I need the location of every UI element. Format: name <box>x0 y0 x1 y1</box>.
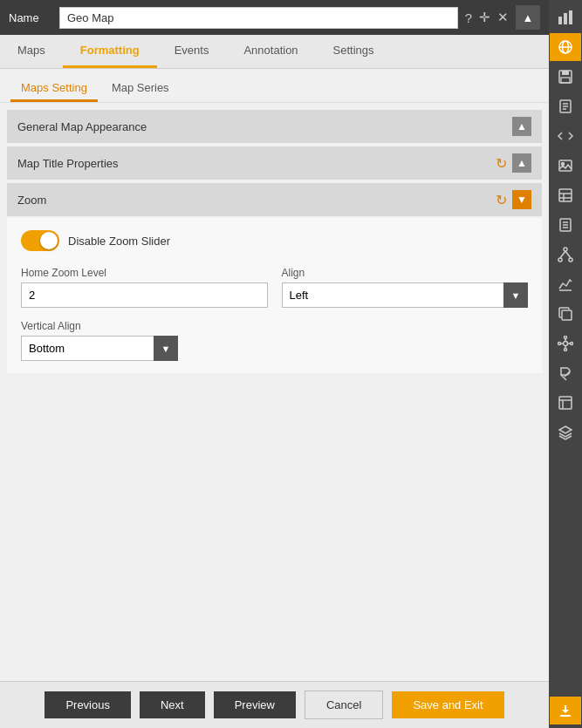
zoom-level-align-row: Home Zoom Level Align Left Center Right … <box>21 267 528 308</box>
data-view-icon[interactable] <box>550 389 581 417</box>
zoom-icons: ↻ ▼ <box>496 190 531 209</box>
tab-formatting[interactable]: Formatting <box>63 35 157 68</box>
content-area: General Map Appearance ▲ Map Title Prope… <box>0 103 549 681</box>
svg-point-34 <box>565 349 567 351</box>
map-title-refresh-icon[interactable]: ↻ <box>496 155 507 172</box>
header-icons: ? ✛ ✕ <box>465 10 509 25</box>
vertical-align-select[interactable]: Top Middle Bottom <box>21 336 178 361</box>
sub-tab-maps-setting[interactable]: Maps Setting <box>10 76 98 102</box>
save-icon[interactable] <box>550 63 581 91</box>
svg-rect-0 <box>558 17 562 24</box>
general-map-appearance-header[interactable]: General Map Appearance ▲ <box>7 110 542 143</box>
toggle-track <box>21 230 59 251</box>
cancel-button[interactable]: Cancel <box>305 691 383 719</box>
geo-map-icon[interactable] <box>550 33 581 61</box>
image-icon[interactable] <box>550 152 581 180</box>
zoom-title: Zoom <box>17 194 46 207</box>
svg-rect-13 <box>559 160 572 171</box>
vertical-align-group: Vertical Align Top Middle Bottom ▼ <box>21 320 178 361</box>
svg-rect-8 <box>561 78 570 83</box>
disable-zoom-slider-row: Disable Zoom Slider <box>21 230 528 251</box>
svg-rect-7 <box>562 71 569 75</box>
svg-point-25 <box>569 258 572 262</box>
move-icon[interactable]: ✛ <box>479 10 490 25</box>
download-icon[interactable] <box>550 697 581 725</box>
bar-chart-icon[interactable] <box>550 3 581 31</box>
rx-icon[interactable] <box>550 359 581 387</box>
map-title-collapse[interactable]: ▲ <box>512 153 531 173</box>
svg-rect-1 <box>564 13 567 24</box>
svg-rect-15 <box>559 189 572 201</box>
svg-rect-29 <box>562 310 572 320</box>
header-bar: Name ? ✛ ✕ ▲ <box>0 0 549 35</box>
map-title-properties-header[interactable]: Map Title Properties ↻ ▲ <box>7 146 542 180</box>
bottom-bar: Previous Next Preview Cancel Save and Ex… <box>0 681 549 728</box>
tab-annotation[interactable]: Annotation <box>226 35 315 68</box>
home-zoom-level-input[interactable] <box>21 282 268 308</box>
align-label: Align <box>282 267 529 279</box>
svg-marker-44 <box>559 426 572 433</box>
vertical-align-select-wrapper: Top Middle Bottom ▼ <box>21 336 178 361</box>
preview-button[interactable]: Preview <box>214 691 296 718</box>
save-exit-button[interactable]: Save and Exit <box>392 691 503 718</box>
hierarchy-icon[interactable] <box>550 241 581 269</box>
layers-icon[interactable] <box>550 418 581 446</box>
line-chart-icon[interactable] <box>550 270 581 298</box>
top-tabs: Maps Formatting Events Annotation Settin… <box>0 35 549 69</box>
previous-button[interactable]: Previous <box>45 691 131 718</box>
home-zoom-level-group: Home Zoom Level <box>21 267 268 308</box>
svg-rect-41 <box>559 397 572 409</box>
sub-tabs: Maps Setting Map Series <box>0 69 549 103</box>
tab-settings[interactable]: Settings <box>316 35 392 68</box>
toggle-thumb <box>40 232 58 249</box>
svg-line-27 <box>565 251 571 258</box>
name-input[interactable] <box>59 7 458 29</box>
disable-zoom-slider-label: Disable Zoom Slider <box>68 235 170 248</box>
disable-zoom-slider-toggle[interactable] <box>21 230 59 251</box>
svg-point-30 <box>564 342 568 346</box>
general-map-appearance-icons: ▲ <box>512 117 531 136</box>
document-icon[interactable] <box>550 92 581 120</box>
question-icon[interactable]: ? <box>465 10 472 25</box>
table-icon[interactable] <box>550 181 581 209</box>
home-zoom-level-label: Home Zoom Level <box>21 267 268 279</box>
align-group: Align Left Center Right ▼ <box>282 267 529 308</box>
network-icon[interactable] <box>550 330 581 357</box>
zoom-body: Disable Zoom Slider Home Zoom Level Alig… <box>7 218 542 373</box>
svg-rect-2 <box>569 10 572 24</box>
close-icon[interactable]: ✕ <box>497 10 509 25</box>
code-icon[interactable] <box>550 122 581 150</box>
zoom-header[interactable]: Zoom ↻ ▼ <box>7 183 542 216</box>
svg-point-33 <box>565 337 567 339</box>
align-select[interactable]: Left Center Right <box>282 282 529 308</box>
svg-point-31 <box>558 343 561 345</box>
report-icon[interactable] <box>550 211 581 239</box>
svg-point-32 <box>571 343 573 345</box>
name-label: Name <box>9 11 52 24</box>
general-map-appearance-collapse[interactable]: ▲ <box>512 117 531 136</box>
svg-rect-45 <box>560 715 571 717</box>
up-button[interactable]: ▲ <box>516 5 540 30</box>
general-map-appearance-title: General Map Appearance <box>17 120 147 133</box>
tab-maps[interactable]: Maps <box>0 35 63 68</box>
vertical-align-label: Vertical Align <box>21 320 178 332</box>
sub-tab-map-series[interactable]: Map Series <box>101 76 180 102</box>
map-title-properties-title: Map Title Properties <box>17 157 119 170</box>
tab-events[interactable]: Events <box>157 35 227 68</box>
svg-point-24 <box>558 258 562 262</box>
svg-line-26 <box>560 251 565 258</box>
zoom-collapse[interactable]: ▼ <box>512 190 531 209</box>
zoom-refresh-icon[interactable]: ↻ <box>496 192 507 208</box>
map-title-properties-icons: ↻ ▲ <box>496 153 531 173</box>
align-select-wrapper: Left Center Right ▼ <box>282 282 529 308</box>
right-sidebar <box>549 0 582 728</box>
svg-point-23 <box>564 248 567 251</box>
next-button[interactable]: Next <box>140 691 205 718</box>
copy-icon[interactable] <box>550 300 581 328</box>
